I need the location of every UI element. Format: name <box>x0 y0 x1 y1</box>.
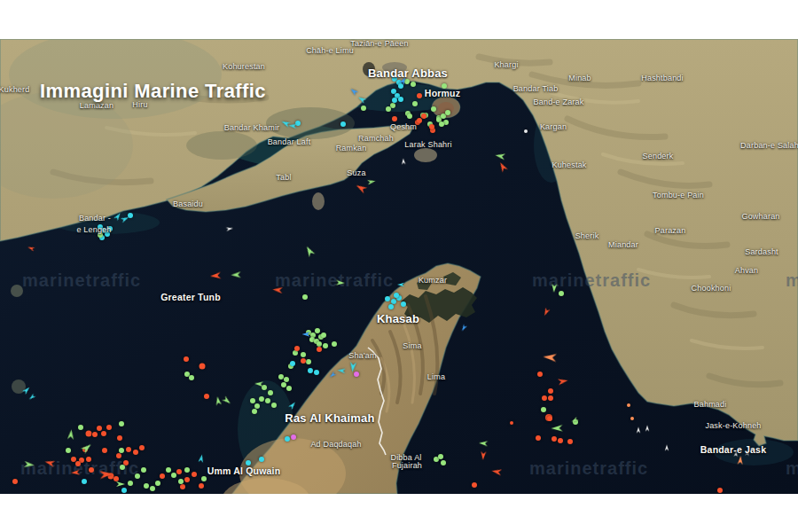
marine-traffic-map[interactable]: marinetrafficmarinetrafficmarinetrafficm… <box>0 39 798 494</box>
vessel-arrow[interactable] <box>337 367 346 374</box>
vessel-dot[interactable] <box>160 473 165 479</box>
vessel-dot[interactable] <box>536 435 541 441</box>
vessel-arrow[interactable] <box>71 469 81 477</box>
vessel-dot[interactable] <box>86 457 91 462</box>
vessel-dot[interactable] <box>204 394 209 399</box>
vessel-dot[interactable] <box>302 294 308 300</box>
vessel-dot[interactable] <box>541 407 546 412</box>
vessel-dot[interactable] <box>388 304 394 309</box>
vessel-arrow[interactable] <box>272 286 283 294</box>
vessel-dot[interactable] <box>128 481 133 486</box>
vessel-dot[interactable] <box>265 398 270 403</box>
vessel-dot[interactable] <box>717 488 723 493</box>
vessel-dot[interactable] <box>567 439 573 444</box>
vessel-dot[interactable] <box>144 483 149 489</box>
vessel-arrow[interactable] <box>645 426 650 432</box>
vessel-dot[interactable] <box>301 352 306 357</box>
vessel-dot[interactable] <box>200 364 206 370</box>
vessel-dot[interactable] <box>401 301 406 307</box>
vessel-dot[interactable] <box>78 425 83 430</box>
vessel-dot[interactable] <box>438 454 443 459</box>
vessel-arrow[interactable] <box>231 270 240 278</box>
vessel-dot[interactable] <box>117 435 122 441</box>
vessel-dot[interactable] <box>171 473 176 478</box>
vessel-dot[interactable] <box>398 97 403 102</box>
vessel-dot[interactable] <box>439 121 444 127</box>
vessel-arrow[interactable] <box>401 158 407 164</box>
vessel-arrow[interactable] <box>480 451 488 461</box>
vessel-dot[interactable] <box>286 386 292 391</box>
vessel-dot[interactable] <box>317 347 322 352</box>
vessel-dot[interactable] <box>472 482 477 488</box>
vessel-dot[interactable] <box>421 113 426 119</box>
vessel-arrow[interactable] <box>543 351 557 363</box>
vessel-dot[interactable] <box>89 467 94 473</box>
vessel-dot[interactable] <box>82 479 87 484</box>
vessel-dot[interactable] <box>411 82 416 87</box>
vessel-dot[interactable] <box>199 483 204 489</box>
vessel-dot[interactable] <box>391 299 396 304</box>
vessel-dot[interactable] <box>441 460 446 466</box>
vessel-dot[interactable] <box>139 445 145 450</box>
vessel-arrow[interactable] <box>745 450 750 457</box>
vessel-dot[interactable] <box>306 359 311 364</box>
vessel-dot[interactable] <box>548 388 553 394</box>
vessel-dot[interactable] <box>386 106 391 112</box>
vessel-dot[interactable] <box>429 124 434 129</box>
vessel-dot[interactable] <box>192 472 197 477</box>
vessel-arrow[interactable] <box>479 440 489 448</box>
vessel-dot[interactable] <box>361 106 366 111</box>
vessel-dot[interactable] <box>250 398 255 403</box>
vessel-dot[interactable] <box>412 101 418 106</box>
vessel-dot[interactable] <box>547 416 552 421</box>
vessel-arrow[interactable] <box>551 424 562 433</box>
vessel-dot[interactable] <box>284 377 289 382</box>
vessel-dot[interactable] <box>385 296 390 301</box>
vessel-dot[interactable] <box>321 332 326 338</box>
vessel-arrow[interactable] <box>288 122 297 129</box>
vessel-dot[interactable] <box>558 438 563 443</box>
vessel-arrow[interactable] <box>491 467 502 477</box>
vessel-dot[interactable] <box>315 328 320 333</box>
vessel-dot[interactable] <box>254 403 260 409</box>
vessel-dot[interactable] <box>510 421 513 425</box>
vessel-arrow[interactable] <box>664 445 669 451</box>
vessel-dot[interactable] <box>537 372 543 377</box>
vessel-dot[interactable] <box>184 356 189 362</box>
vessel-dot[interactable] <box>119 421 124 426</box>
vessel-dot[interactable] <box>259 396 264 402</box>
vessel-dot[interactable] <box>176 469 182 474</box>
vessel-dot[interactable] <box>294 346 300 351</box>
vessel-dot[interactable] <box>417 118 422 123</box>
vessel-dot[interactable] <box>105 231 110 237</box>
vessel-dot[interactable] <box>107 226 113 231</box>
vessel-dot[interactable] <box>75 461 81 466</box>
vessel-arrow[interactable] <box>254 380 264 388</box>
vessel-arrow[interactable] <box>551 284 559 293</box>
vessel-arrow[interactable] <box>636 427 641 434</box>
vessel-dot[interactable] <box>291 434 296 440</box>
vessel-arrow[interactable] <box>24 460 35 469</box>
vessel-dot[interactable] <box>431 106 436 112</box>
vessel-dot[interactable] <box>630 417 634 420</box>
vessel-dot[interactable] <box>548 395 553 401</box>
vessel-dot[interactable] <box>552 436 557 442</box>
vessel-arrow[interactable] <box>210 270 222 280</box>
vessel-dot[interactable] <box>259 457 264 462</box>
vessel-dot[interactable] <box>290 361 295 366</box>
vessel-arrow[interactable] <box>336 279 346 287</box>
vessel-dot[interactable] <box>189 375 194 380</box>
vessel-arrow[interactable] <box>397 282 404 287</box>
vessel-dot[interactable] <box>392 98 397 103</box>
vessel-dot[interactable] <box>150 486 155 491</box>
vessel-dot[interactable] <box>133 450 138 455</box>
vessel-dot[interactable] <box>271 403 277 408</box>
vessel-dot[interactable] <box>86 431 92 437</box>
vessel-dot[interactable] <box>314 370 319 375</box>
vessel-dot[interactable] <box>135 473 140 479</box>
vessel-arrow[interactable] <box>302 332 310 338</box>
vessel-dot[interactable] <box>119 448 124 453</box>
vessel-dot[interactable] <box>97 426 102 431</box>
vessel-dot[interactable] <box>542 395 547 401</box>
vessel-dot[interactable] <box>252 409 257 414</box>
